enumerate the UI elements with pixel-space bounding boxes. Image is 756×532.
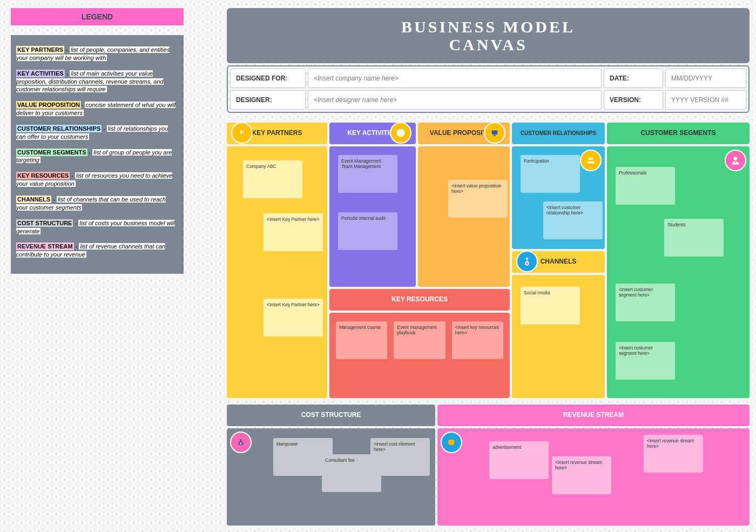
section-header-cost-structure: COST STRUCTURE bbox=[227, 405, 435, 426]
section-header-value-proposition: VALUE PROPOSITION bbox=[418, 123, 510, 144]
sticky-note[interactable]: <insert key resources here> bbox=[452, 321, 503, 359]
legend-key: KEY PARTNERS bbox=[16, 46, 64, 53]
section-header-key-activities: KEY ACTIVITIES bbox=[329, 123, 416, 144]
section-value-proposition[interactable]: <insert value proposition here> bbox=[418, 146, 510, 287]
sticky-note[interactable]: <Insert Key Partner here> bbox=[264, 299, 323, 336]
section-key-partners[interactable]: Company ABC <Insert Key Partner here> <I… bbox=[227, 146, 327, 398]
section-header-customer-segments: CUSTOMER SEGMENTS bbox=[607, 123, 750, 144]
legend-key: KEY RESOURCES bbox=[16, 172, 70, 179]
canvas-title: BUSINESS MODEL CANVAS bbox=[227, 8, 750, 63]
section-key-resources[interactable]: Management course Event management playb… bbox=[329, 313, 510, 398]
sticky-note[interactable]: <insert revenue stream here> bbox=[552, 456, 611, 494]
sticky-note[interactable]: Periodic internal audit bbox=[338, 212, 397, 250]
sticky-note[interactable]: Social media bbox=[521, 287, 580, 325]
meta-value-version[interactable]: YYYY VERSION ## bbox=[665, 90, 746, 110]
legend-title: LEGEND bbox=[11, 8, 184, 25]
sticky-note[interactable]: <insert customer segment here> bbox=[616, 284, 675, 321]
canvas-bottom-row: COST STRUCTURE $ Manpower Consultant fee… bbox=[227, 405, 750, 532]
presentation-icon bbox=[484, 122, 505, 144]
meta-label-version: VERSION: bbox=[604, 90, 663, 110]
sticky-note[interactable]: Event Management Team Management bbox=[338, 155, 397, 193]
section-customer-segments[interactable]: Professionals Students <insert customer … bbox=[607, 146, 750, 398]
legend-key: COST STRUCTURE bbox=[16, 219, 73, 227]
section-header-revenue-stream: REVENUE STREAM bbox=[437, 405, 750, 426]
section-key-activities[interactable]: Event Management Team Management Periodi… bbox=[329, 146, 416, 287]
sticky-note[interactable]: Professionals bbox=[616, 167, 675, 205]
legend-key: REVENUE STREAM bbox=[16, 243, 74, 250]
section-customer-relationships[interactable]: Participation <insert customer relations… bbox=[512, 146, 605, 249]
sticky-note[interactable]: <Insert Key Partner here> bbox=[264, 213, 323, 251]
meta-label-date: DATE: bbox=[604, 69, 663, 88]
meta-grid: DESIGNED FOR: <Insert company name here>… bbox=[227, 65, 750, 113]
sticky-note[interactable]: <insert customer segment here> bbox=[616, 342, 675, 380]
meta-value-date[interactable]: MM/DD/YYYY bbox=[665, 69, 746, 88]
section-header-key-partners: KEY PARTNERS bbox=[227, 123, 327, 144]
legend-key: CUSTOMER SEGMENTS bbox=[16, 149, 87, 156]
section-header-customer-relationships: CUSTOMER RELATIONSHIPS bbox=[512, 123, 605, 144]
tap-icon bbox=[516, 251, 538, 272]
section-revenue-stream[interactable]: advertisement <insert revenue stream her… bbox=[437, 428, 750, 526]
gear-hand-icon bbox=[390, 122, 411, 144]
section-channels[interactable]: Social media bbox=[512, 275, 605, 398]
canvas: BUSINESS MODEL CANVAS DESIGNED FOR: <Ins… bbox=[227, 8, 750, 532]
sticky-note[interactable]: Event management playbook bbox=[394, 321, 445, 359]
legend-key: VALUE PROPOSITION bbox=[16, 101, 81, 109]
sticky-note[interactable]: <insert customer relationship here> bbox=[543, 201, 603, 239]
legend-key: KEY ACTIVITIES bbox=[16, 70, 65, 77]
canvas-grid: KEY PARTNERS Company ABC <Insert Key Par… bbox=[227, 123, 750, 398]
sticky-note[interactable]: Company ABC bbox=[243, 160, 302, 198]
section-header-key-resources: KEY RESOURCES bbox=[329, 289, 510, 311]
legend-key: CHANNELS bbox=[16, 196, 51, 203]
meta-label-designed-for: DESIGNED FOR: bbox=[230, 69, 306, 88]
sticky-note[interactable]: <insert revenue stream here> bbox=[644, 435, 703, 473]
section-header-channels: CHANNELS bbox=[512, 251, 605, 273]
svg-rect-0 bbox=[492, 131, 498, 135]
section-cost-structure[interactable]: $ Manpower Consultant fee <insert cost e… bbox=[227, 428, 435, 526]
sticky-note[interactable]: <insert value proposition here> bbox=[448, 180, 508, 218]
sticky-note[interactable]: Participation bbox=[521, 155, 580, 193]
legend-panel: LEGEND KEY PARTNERS - list of people, co… bbox=[11, 8, 184, 274]
handshake-icon bbox=[231, 122, 253, 144]
meta-value-designer[interactable]: <Insert designer name here> bbox=[308, 90, 602, 110]
meta-value-designed-for[interactable]: <Insert company name here> bbox=[308, 69, 602, 88]
sticky-note[interactable]: Management course bbox=[336, 321, 387, 359]
legend-key: CUSTOMER RELATIONSHIPS bbox=[16, 125, 102, 132]
sticky-note[interactable]: Students bbox=[664, 219, 724, 257]
meta-label-designer: DESIGNER: bbox=[230, 90, 306, 110]
legend-body: KEY PARTNERS - list of people, companies… bbox=[11, 35, 184, 274]
sticky-note[interactable]: advertisement bbox=[489, 441, 549, 479]
sticky-note[interactable]: <insert cost element here> bbox=[370, 438, 430, 476]
svg-point-3 bbox=[525, 262, 529, 265]
